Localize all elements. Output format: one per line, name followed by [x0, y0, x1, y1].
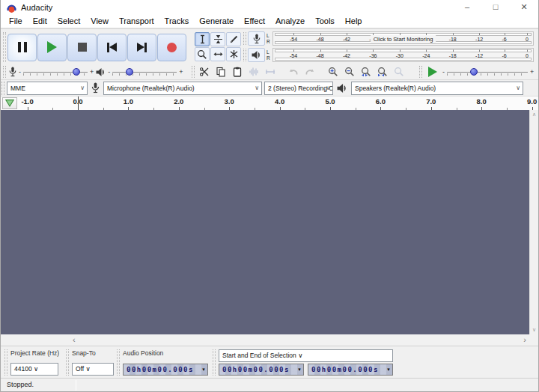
record-button[interactable]: [157, 34, 186, 61]
fit-project-button[interactable]: [374, 65, 391, 79]
stop-button[interactable]: [67, 34, 97, 61]
toolbar-grip[interactable]: [66, 349, 69, 376]
pause-button[interactable]: [7, 34, 37, 61]
zoom-out-button[interactable]: [341, 65, 358, 79]
multi-tool[interactable]: [226, 47, 241, 61]
play-button[interactable]: [37, 34, 67, 61]
audio-position-field[interactable]: 00h00m00.000s ▼: [123, 364, 208, 376]
menu-tools[interactable]: Tools: [310, 15, 340, 28]
toolbar-grip[interactable]: [213, 349, 216, 376]
playback-meter[interactable]: -54-48-42-36-30-24-18-12-60: [272, 48, 534, 62]
copy-button[interactable]: [213, 65, 229, 79]
playback-meter-speaker-button[interactable]: [248, 48, 265, 62]
scissors-icon: [199, 67, 210, 77]
play-speed-thumb[interactable]: [470, 68, 478, 76]
menu-file[interactable]: File: [4, 15, 28, 28]
recording-volume-slider[interactable]: [23, 66, 88, 78]
channel-label: R: [267, 55, 272, 61]
scroll-right-icon[interactable]: ›: [523, 334, 526, 345]
toolbar-grip[interactable]: [192, 66, 195, 78]
draw-tool[interactable]: [226, 32, 241, 46]
recording-meter-mic-button[interactable]: [248, 31, 265, 46]
cut-button[interactable]: [196, 65, 213, 79]
menu-tracks[interactable]: Tracks: [159, 15, 195, 28]
recording-device-dropdown[interactable]: Microphone (Realtek(R) Audio) ∨: [103, 82, 262, 95]
channel-label: R: [267, 39, 272, 45]
menu-analyze[interactable]: Analyze: [270, 15, 310, 28]
menu-select[interactable]: Select: [52, 15, 86, 28]
toolbar-grip[interactable]: [243, 32, 246, 45]
ruler-label: 3.0: [225, 97, 234, 105]
chevron-down-icon: ∨: [298, 352, 302, 359]
toolbar-grip[interactable]: [4, 349, 7, 376]
timeline-ruler[interactable]: -1.00.01.02.03.04.05.06.07.08.09.0: [19, 97, 538, 111]
menu-edit[interactable]: Edit: [28, 15, 52, 28]
selection-end-field[interactable]: 00h00m00.000s ▼: [308, 364, 393, 376]
envelope-tool[interactable]: [210, 32, 225, 46]
vertical-scrollbar[interactable]: ∧ ∨: [529, 110, 538, 334]
microphone-icon: [91, 82, 100, 94]
playback-device-dropdown[interactable]: Speakers (Realtek(R) Audio) ∨: [351, 82, 523, 95]
skip-to-start-button[interactable]: [97, 34, 127, 61]
menu-transport[interactable]: Transport: [114, 15, 159, 28]
play-at-speed-button[interactable]: [424, 65, 442, 79]
time-format-dropdown-icon[interactable]: ▼: [296, 367, 303, 372]
magnifier-icon: [197, 49, 207, 60]
recording-meter[interactable]: -54-48-42-36-30-24-18-12-60 Click to Sta…: [272, 31, 534, 46]
chevron-down-icon: ∨: [80, 82, 85, 94]
zoom-fit-icon: [377, 67, 388, 77]
slider-track: [447, 72, 528, 73]
selection-start-field[interactable]: 00h00m00.000s ▼: [219, 364, 304, 376]
playback-volume-thumb[interactable]: [126, 68, 133, 76]
snap-to-dropdown[interactable]: Off ∨: [72, 363, 114, 376]
recording-volume-thumb[interactable]: [73, 68, 80, 76]
time-format-dropdown-icon[interactable]: ▼: [200, 367, 207, 372]
monitoring-hint[interactable]: Click to Start Monitoring: [371, 35, 436, 43]
time-format-dropdown-icon[interactable]: ▼: [385, 367, 392, 372]
title-bar: Audacity – □ ✕: [1, 0, 538, 15]
toolbar-grip[interactable]: [3, 32, 6, 62]
recording-channels-value: 2 (Stereo) Recording Chan: [268, 85, 333, 92]
minimize-button[interactable]: –: [453, 0, 481, 15]
scroll-left-icon[interactable]: ‹: [73, 334, 76, 345]
menu-help[interactable]: Help: [340, 15, 368, 28]
edit-toolbar: [191, 64, 418, 79]
snap-to-group: Snap-To Off ∨: [65, 348, 114, 377]
playback-cursor: [78, 97, 79, 110]
audio-host-dropdown[interactable]: MME ∨: [7, 82, 88, 95]
menu-view[interactable]: View: [85, 15, 114, 28]
toolbar-grip[interactable]: [419, 66, 422, 78]
ruler-label: 2.0: [174, 97, 183, 105]
skip-to-end-button[interactable]: [127, 34, 156, 61]
zoom-in-button[interactable]: [325, 65, 341, 79]
ruler-label: -1.0: [21, 97, 33, 105]
paste-icon: [232, 67, 243, 77]
toolbar-grip[interactable]: [117, 349, 120, 376]
close-button[interactable]: ✕: [510, 0, 538, 15]
play-speed-slider[interactable]: [447, 66, 528, 78]
selection-tool[interactable]: [195, 32, 210, 46]
project-rate-dropdown[interactable]: 44100 ∨: [10, 363, 58, 376]
fit-selection-button[interactable]: [358, 65, 374, 79]
chevron-down-icon: ∨: [34, 365, 38, 373]
playback-volume-slider[interactable]: [112, 66, 177, 78]
toolbar-grip[interactable]: [3, 66, 6, 78]
track-area[interactable]: [1, 110, 538, 334]
menu-generate[interactable]: Generate: [194, 15, 239, 28]
window-title: Audacity: [21, 3, 52, 12]
toolbar-grip[interactable]: [243, 49, 246, 61]
timeshift-tool[interactable]: [210, 47, 225, 61]
menu-effect[interactable]: Effect: [239, 15, 270, 28]
audio-position-label: Audio Position: [123, 349, 208, 357]
horizontal-scrollbar[interactable]: ‹ ›: [1, 334, 538, 346]
scroll-up-icon[interactable]: ∧: [532, 110, 536, 119]
maximize-button[interactable]: □: [481, 0, 510, 15]
recording-channels-dropdown[interactable]: 2 (Stereo) Recording Chan ∨: [264, 82, 333, 95]
scroll-down-icon[interactable]: ∨: [532, 325, 536, 334]
paste-button[interactable]: [229, 65, 246, 79]
timeline-options-button[interactable]: [2, 97, 17, 109]
selection-mode-dropdown[interactable]: Start and End of Selection ∨: [219, 349, 393, 362]
recording-meter-channel-labels: LR: [265, 33, 272, 45]
toolbar-grip[interactable]: [1, 82, 4, 95]
zoom-tool[interactable]: [195, 47, 210, 61]
